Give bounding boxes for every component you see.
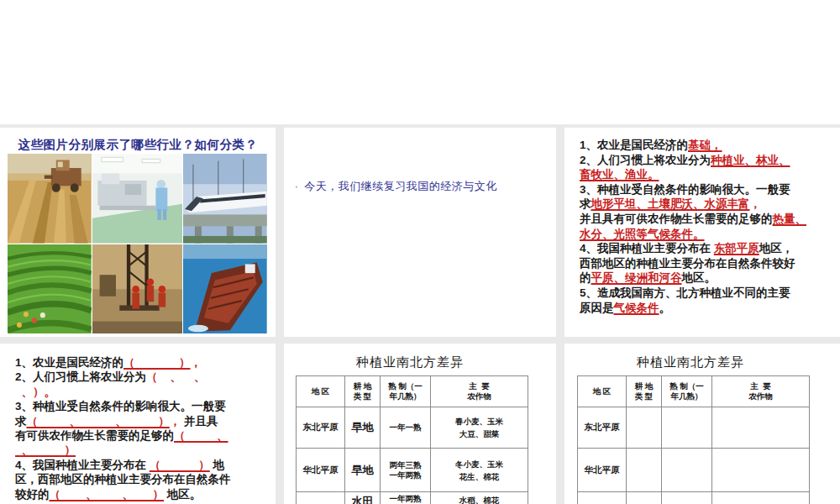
table-cell: 两年三熟 一年两熟 <box>381 449 431 492</box>
plain-text: 地区。 <box>164 488 201 501</box>
column-header: 地 区 <box>297 376 345 407</box>
table-cell: 旱地 <box>345 407 381 449</box>
plain-text: 1、农业是国民经济的 <box>580 139 688 151</box>
text-line: 4、我国种植业主要分布在 东部平原地区， <box>580 241 835 256</box>
table-row: 华北平原 <box>578 449 810 492</box>
highlighted-term: （ 、 <box>174 429 228 442</box>
table-cell: 华北平原 <box>297 449 345 492</box>
highlighted-term: 东部平原 <box>714 242 759 255</box>
plain-text: 有可供农作物生长需要的足够的 <box>15 429 174 442</box>
table-cell: 春小麦、玉米 大豆、甜菜 <box>431 407 528 449</box>
plain-text: 原因是 <box>580 302 614 314</box>
highlighted-term: ， <box>750 197 762 210</box>
slide-6-thumbnail[interactable]: 种植业南北方差异 地 区耕 地 类 型熟 制（一 年几熟）主 要 农作物东北平原… <box>564 344 840 504</box>
highlighted-term: （ 、 、 <box>146 370 206 383</box>
wheat-harvest-photo <box>8 154 92 244</box>
text-line: 3、种植业受自然条件的影响很大。一般要 <box>15 399 270 413</box>
table-cell: 冬小麦、玉米 花生、棉花 <box>431 449 528 492</box>
highlighted-term: 气候条件 <box>614 302 659 314</box>
table-title: 种植业南北方差异 <box>296 354 524 370</box>
crops-table-empty: 地 区耕 地 类 型熟 制（一 年几熟）主 要 农作物东北平原华北平原 <box>577 375 810 504</box>
column-header: 地 区 <box>578 376 627 407</box>
plain-text: 2、人们习惯上将农业分为 <box>15 370 146 383</box>
table-title: 种植业南北方差异 <box>577 354 804 370</box>
industry-photo-grid <box>8 154 267 333</box>
plain-text: 地区， <box>759 242 794 255</box>
text-line: 的平原、绿洲和河谷地区。 <box>580 270 835 286</box>
highlighted-term: 地形平坦、土壤肥沃、水源丰富 <box>591 197 750 210</box>
table-cell <box>712 407 810 449</box>
highlighted-term: （ 、 、 ） <box>27 415 170 428</box>
text-line: 水分、光照等气候条件。 <box>580 227 835 242</box>
text-line: 、 ） <box>15 443 270 457</box>
plain-text: 求 <box>15 415 27 428</box>
plain-text: 5、造成我国南方、北方种植业不同的主要 <box>580 286 790 299</box>
plain-text: 4、我国种植业主要分布在 <box>580 242 714 255</box>
high-speed-train-photo <box>183 154 267 244</box>
table-cell <box>712 449 810 492</box>
table-cell <box>578 492 627 504</box>
table-cell <box>627 407 662 449</box>
table-cell <box>662 449 712 492</box>
plain-text: 4、我国种植业主要分布在 <box>15 459 150 471</box>
table-cell <box>712 492 810 504</box>
slide-2-thumbnail[interactable]: ·今天，我们继续复习我国的经济与文化 <box>284 128 556 337</box>
highlighted-term: （ ） <box>123 356 191 369</box>
plain-text: 并且具有可供农作物生长需要的足够的 <box>580 213 773 225</box>
table-cell: 旱地 <box>345 449 381 492</box>
table-cell <box>627 449 662 492</box>
factory-production-line-photo <box>92 154 183 244</box>
table-row: 华北平原旱地两年三熟 一年两熟冬小麦、玉米 花生、棉花 <box>297 449 528 492</box>
slide-1-thumbnail[interactable]: 这些图片分别展示了哪些行业？如何分类？ <box>0 128 276 337</box>
column-header: 熟 制（一 年几熟） <box>381 376 431 407</box>
text-line: 1、农业是国民经济的（ ）， <box>15 355 270 370</box>
table-cell <box>662 407 712 449</box>
column-header: 耕 地 类 型 <box>627 376 662 407</box>
text-line: 2、人们习惯上将农业分为种植业、林业、 <box>580 153 835 168</box>
table-row: 东北平原 <box>578 407 810 449</box>
text-line: 西部地区的种植业主要分布在自然条件较好 <box>580 256 835 271</box>
text-line: 2、人们习惯上将农业分为（ 、 、 <box>15 370 270 384</box>
plain-text: 地 <box>210 459 224 471</box>
highlighted-term: 平原、绿洲和河谷 <box>591 271 682 284</box>
slide-4-thumbnail[interactable]: 1、农业是国民经济的（ ），2、人们习惯上将农业分为（ 、 、 、）。3、种植业… <box>0 344 276 504</box>
highlighted-term: （ ） <box>150 459 210 471</box>
slide-3-thumbnail[interactable]: 1、农业是国民经济的基础，2、人们习惯上将农业分为种植业、林业、畜牧业、渔业。3… <box>564 128 840 337</box>
text-line: 求（ 、 、 ）， 并且具 <box>15 414 270 428</box>
table-row: 东北平原旱地一年一熟春小麦、玉米 大豆、甜菜 <box>297 407 528 449</box>
plain-text: 2、人们习惯上将农业分为 <box>580 154 711 166</box>
text-line: 区，西部地区的种植业主要分布在自然条件 <box>15 472 270 486</box>
container-ship-photo <box>183 244 267 334</box>
highlighted-term: 热量、 <box>773 213 807 225</box>
slide-1-question-title: 这些图片分别展示了哪些行业？如何分类？ <box>0 137 276 153</box>
plain-text: 并且具 <box>181 415 218 428</box>
highlighted-term: ， <box>170 415 181 428</box>
intro-bullet-line: ·今天，我们继续复习我国的经济与文化 <box>295 179 497 194</box>
table-cell: 东北平原 <box>297 407 345 449</box>
text-line: 并且具有可供农作物生长需要的足够的热量、 <box>580 212 835 227</box>
plain-text: 地区。 <box>682 271 717 284</box>
table-cell: 水田 <box>345 492 381 504</box>
agriculture-notes-blanks: 1、农业是国民经济的（ ），2、人们习惯上将农业分为（ 、 、 、）。3、种植业… <box>15 355 270 501</box>
plain-text: 较好的 <box>15 488 50 501</box>
plain-text: 区，西部地区的种植业主要分布在自然条件 <box>15 473 231 486</box>
text-line: 3、种植业受自然条件的影响很大。一般要 <box>580 182 835 197</box>
slide-5-thumbnail[interactable]: 种植业南北方差异 地 区耕 地 类 型熟 制（一 年几熟）主 要 农作物东北平原… <box>284 344 556 504</box>
text-line: 5、造成我国南方、北方种植业不同的主要 <box>580 286 835 301</box>
plain-text: 西部地区的种植业主要分布在自然条件较好 <box>580 257 795 270</box>
highlighted-term: 基础， <box>688 139 722 151</box>
table-cell <box>627 492 662 504</box>
crops-table-filled: 地 区耕 地 类 型熟 制（一 年几熟）主 要 农作物东北平原旱地一年一熟春小麦… <box>296 375 528 504</box>
highlighted-term: 、）。 <box>15 386 55 398</box>
plain-text: 3、种植业受自然条件的影响很大。一般要 <box>580 183 790 196</box>
text-line: 较好的（ 、 、 ） 地区。 <box>15 487 270 501</box>
tea-plantation-photo <box>8 244 92 334</box>
table-row <box>578 492 810 504</box>
text-line: 、）。 <box>15 385 270 399</box>
highlighted-term: ， <box>191 356 202 369</box>
column-header: 主 要 农作物 <box>431 376 528 407</box>
plain-text: 求 <box>580 197 591 210</box>
plain-text: 3、种植业受自然条件的影响很大。一般要 <box>15 400 226 412</box>
table-row: 水田一年两熟水稻、棉花 <box>297 492 528 504</box>
highlighted-term: 种植业、林业、 <box>711 154 790 166</box>
